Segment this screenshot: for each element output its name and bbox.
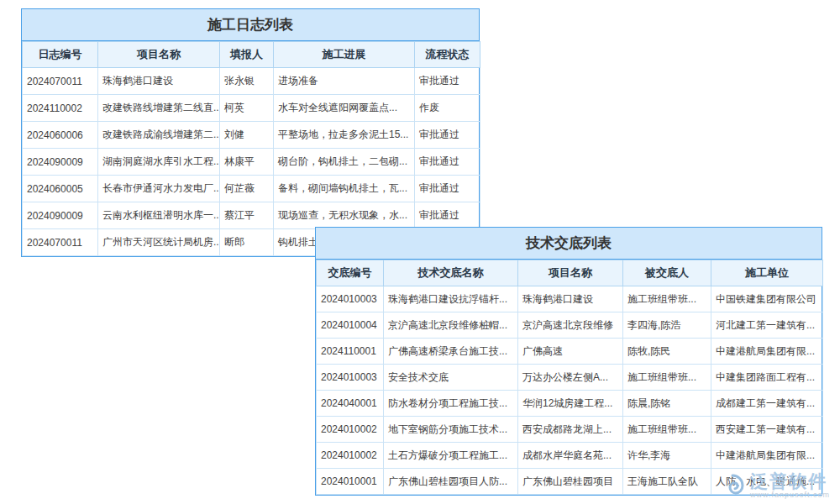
log-status-badge: 审批通过	[415, 122, 480, 149]
disclosure-name-link[interactable]: 地下室钢筋分项施工技术...	[384, 417, 518, 443]
technical-disclosure-table: 交底编号 技术交底名称 项目名称 被交底人 施工单位 2024010003 珠海…	[316, 260, 823, 495]
disclosure-row[interactable]: 2024010002 土石方爆破分项工程施工... 成都水岸华庭名苑... 许华…	[317, 443, 823, 469]
log-status-badge: 审批通过	[415, 68, 480, 95]
disclosure-person: 施工班组带班...	[623, 365, 711, 391]
disclosure-unit: 中建港航局集团有限...	[711, 339, 823, 365]
disclosure-person: 陈晨,陈铭	[623, 391, 711, 417]
disclosure-col-person: 被交底人	[623, 260, 711, 286]
disclosure-id-link[interactable]: 2024010001	[317, 469, 384, 495]
log-id-link[interactable]: 2024090009	[23, 202, 98, 229]
disclosure-unit: 西安建工第一建筑有...	[711, 417, 823, 443]
log-project-link[interactable]: 长春市伊通河水力发电厂...	[98, 176, 220, 202]
log-col-progress: 施工进展	[274, 42, 415, 68]
fanpu-swirl-icon	[720, 473, 745, 498]
log-col-reporter: 填报人	[220, 42, 274, 68]
disclosure-name-link[interactable]: 土石方爆破分项工程施工...	[384, 443, 518, 469]
log-progress: 进场准备	[274, 68, 415, 95]
disclosure-person: 施工班组带班...	[623, 417, 711, 443]
brand-website: www.fanpusoft.com	[750, 491, 830, 499]
disclosure-row[interactable]: 2024110001 广佛高速桥梁承台施工技... 广佛高速 陈牧,陈民 中建港…	[317, 339, 823, 365]
disclosure-person: 施工班组带班...	[623, 286, 711, 312]
log-project-link[interactable]: 湖南洞庭湖水库引水工程...	[98, 149, 220, 176]
log-id-link[interactable]: 2024070011	[23, 229, 98, 256]
log-reporter: 蔡江平	[220, 202, 274, 229]
log-status-badge: 审批通过	[415, 202, 480, 229]
disclosure-row[interactable]: 2024010003 珠海鹤港口建设抗浮锚杆... 珠海鹤港口建设 施工班组带班…	[317, 286, 823, 312]
disclosure-row[interactable]: 2024010002 地下室钢筋分项施工技术... 西安成都路龙湖上... 施工…	[317, 417, 823, 443]
technical-disclosure-window: 技术交底列表 交底编号 技术交底名称 项目名称 被交底人 施工单位 202401…	[315, 227, 822, 496]
log-status-badge: 审批通过	[415, 149, 480, 176]
disclosure-unit: 成都建工第一建筑有...	[711, 391, 823, 417]
log-id-link[interactable]: 2024110002	[23, 95, 98, 122]
disclosure-project-link[interactable]: 广佛高速	[518, 339, 623, 365]
disclosure-row[interactable]: 2024010003 安全技术交底 万达办公楼左侧A... 施工班组带班... …	[317, 365, 823, 391]
log-col-project: 项目名称	[98, 42, 220, 68]
disclosure-id-link[interactable]: 2024040001	[317, 391, 384, 417]
disclosure-name-link[interactable]: 安全技术交底	[384, 365, 518, 391]
disclosure-project-link[interactable]: 华润12城房建工程...	[518, 391, 623, 417]
log-progress: 平整场地，拉走多余泥土15...	[274, 122, 415, 149]
log-progress: 备料，砌间墙钩机排土，瓦...	[274, 176, 415, 202]
log-project-link[interactable]: 改建铁路线增建第二线直...	[98, 95, 220, 122]
log-project-link[interactable]: 云南水利枢纽潜明水库一...	[98, 202, 220, 229]
log-reporter: 林康平	[220, 149, 274, 176]
log-row[interactable]: 2024090009 湖南洞庭湖水库引水工程... 林康平 砌台阶，钩机排土，二…	[23, 149, 480, 176]
technical-disclosure-title: 技术交底列表	[316, 228, 822, 260]
disclosure-col-id: 交底编号	[317, 260, 384, 286]
log-reporter: 柯英	[220, 95, 274, 122]
log-project-link[interactable]: 珠海鹤港口建设	[98, 68, 220, 95]
construction-log-title: 施工日志列表	[22, 9, 479, 41]
disclosure-row[interactable]: 2024010004 京沪高速北京段维修桩帽... 京沪高速北京段维修 李四海,…	[317, 312, 823, 339]
log-id-link[interactable]: 2024060006	[23, 122, 98, 149]
log-id-link[interactable]: 2024090009	[23, 149, 98, 176]
disclosure-col-project: 项目名称	[518, 260, 623, 286]
log-row[interactable]: 2024060005 长春市伊通河水力发电厂... 何芷薇 备料，砌间墙钩机排土…	[23, 176, 480, 202]
log-progress: 水车对全线遮阳网覆盖点...	[274, 95, 415, 122]
disclosure-col-unit: 施工单位	[711, 260, 823, 286]
disclosure-id-link[interactable]: 2024010003	[317, 286, 384, 312]
disclosure-name-link[interactable]: 广东佛山碧桂园项目人防...	[384, 469, 518, 495]
log-progress: 现场巡查，无积水现象，水...	[274, 202, 415, 229]
log-project-link[interactable]: 改建铁路成渝线增建第二...	[98, 122, 220, 149]
log-id-link[interactable]: 2024060005	[23, 176, 98, 202]
log-status-badge: 作废	[415, 95, 480, 122]
disclosure-name-link[interactable]: 京沪高速北京段维修桩帽...	[384, 312, 518, 339]
disclosure-unit: 中建集团路面工程有...	[711, 365, 823, 391]
disclosure-col-name: 技术交底名称	[384, 260, 518, 286]
log-reporter: 张永银	[220, 68, 274, 95]
disclosure-project-link[interactable]: 万达办公楼左侧A...	[518, 365, 623, 391]
disclosure-id-link[interactable]: 2024110001	[317, 339, 384, 365]
log-progress: 砌台阶，钩机排土，二包砌...	[274, 149, 415, 176]
disclosure-id-link[interactable]: 2024010002	[317, 443, 384, 469]
log-row[interactable]: 2024060006 改建铁路成渝线增建第二... 刘健 平整场地，拉走多余泥土…	[23, 122, 480, 149]
disclosure-id-link[interactable]: 2024010004	[317, 312, 384, 339]
disclosure-person: 陈牧,陈民	[623, 339, 711, 365]
disclosure-name-link[interactable]: 防水卷材分项工程施工技...	[384, 391, 518, 417]
disclosure-person: 许华,李海	[623, 443, 711, 469]
log-header-row: 日志编号 项目名称 填报人 施工进展 流程状态	[23, 42, 480, 68]
brand-name: 泛普软件	[750, 472, 830, 491]
log-col-id: 日志编号	[23, 42, 98, 68]
log-row[interactable]: 2024070011 珠海鹤港口建设 张永银 进场准备 审批通过	[23, 68, 480, 95]
log-project-link[interactable]: 广州市天河区统计局机房...	[98, 229, 220, 256]
disclosure-project-link[interactable]: 成都水岸华庭名苑...	[518, 443, 623, 469]
fanpu-logo: 泛普软件 www.fanpusoft.com	[720, 472, 830, 499]
disclosure-id-link[interactable]: 2024010002	[317, 417, 384, 443]
disclosure-project-link[interactable]: 京沪高速北京段维修	[518, 312, 623, 339]
disclosure-project-link[interactable]: 西安成都路龙湖上...	[518, 417, 623, 443]
disclosure-row[interactable]: 2024040001 防水卷材分项工程施工技... 华润12城房建工程... 陈…	[317, 391, 823, 417]
log-reporter: 何芷薇	[220, 176, 274, 202]
log-reporter: 刘健	[220, 122, 274, 149]
disclosure-project-link[interactable]: 珠海鹤港口建设	[518, 286, 623, 312]
log-row[interactable]: 2024110002 改建铁路线增建第二线直... 柯英 水车对全线遮阳网覆盖点…	[23, 95, 480, 122]
log-reporter: 断郎	[220, 229, 274, 256]
log-row[interactable]: 2024090009 云南水利枢纽潜明水库一... 蔡江平 现场巡查，无积水现象…	[23, 202, 480, 229]
disclosure-name-link[interactable]: 珠海鹤港口建设抗浮锚杆...	[384, 286, 518, 312]
disclosure-id-link[interactable]: 2024010003	[317, 365, 384, 391]
disclosure-name-link[interactable]: 广佛高速桥梁承台施工技...	[384, 339, 518, 365]
disclosure-person: 王海施工队全队	[623, 469, 711, 495]
log-id-link[interactable]: 2024070011	[23, 68, 98, 95]
disclosure-project-link[interactable]: 广东佛山碧桂园项目	[518, 469, 623, 495]
disclosure-unit: 河北建工第一建筑有...	[711, 312, 823, 339]
log-status-badge: 审批通过	[415, 176, 480, 202]
